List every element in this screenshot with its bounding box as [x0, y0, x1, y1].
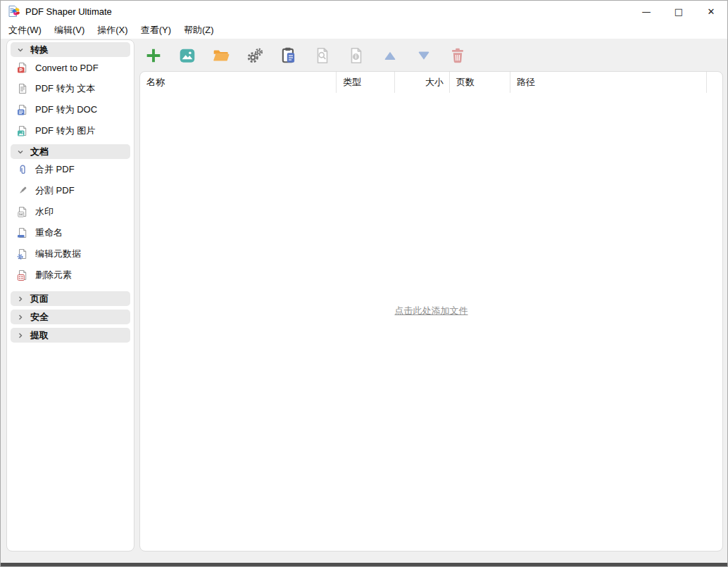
sidebar-item-label: PDF 转为 DOC [35, 103, 97, 116]
sidebar-item-label: 删除元素 [35, 269, 72, 281]
pdf-to-doc-icon [17, 104, 28, 115]
menu-file[interactable]: 文件(W) [2, 22, 48, 39]
watermark-icon [17, 206, 28, 217]
add-files-button[interactable] [139, 42, 168, 70]
sidebar-section-security[interactable]: 安全 [11, 310, 130, 324]
preview-document-button[interactable] [308, 42, 337, 70]
image-icon [178, 46, 196, 65]
bottom-edge-bar [1, 563, 727, 566]
window-title: PDF Shaper Ultimate [25, 6, 112, 17]
sidebar-section-extract[interactable]: 提取 [11, 328, 130, 343]
sidebar-item-merge-pdf[interactable]: 合并 PDF [9, 159, 132, 180]
document-magnifier-icon [313, 46, 332, 65]
menu-bar: 文件(W) 编辑(V) 操作(X) 查看(Y) 帮助(Z) [1, 22, 727, 39]
chevron-down-icon [17, 148, 24, 155]
column-header-pages[interactable]: 页数 [450, 72, 510, 93]
add-image-button[interactable] [173, 42, 201, 70]
sidebar: 转换 Convert to PDF PDF 转为 文本 [6, 39, 134, 552]
sidebar-item-label: 分割 PDF [35, 184, 75, 197]
move-down-button[interactable] [410, 42, 438, 70]
green-plus-icon [144, 46, 163, 65]
empty-state: 点击此处添加文件 [140, 304, 722, 317]
paste-button[interactable] [275, 42, 303, 70]
document-info-button[interactable] [342, 42, 370, 70]
sidebar-item-pdf-to-doc[interactable]: PDF 转为 DOC [9, 99, 132, 120]
menu-view[interactable]: 查看(Y) [134, 22, 177, 39]
chevron-right-icon [17, 332, 24, 339]
red-checklist-icon [17, 269, 28, 281]
column-header-name[interactable]: 名称 [140, 72, 337, 93]
menu-actions[interactable]: 操作(X) [91, 22, 134, 39]
title-bar: PDF Shaper Ultimate — □ ✕ [1, 1, 727, 22]
paperclip-icon [17, 164, 28, 175]
rename-icon [17, 227, 28, 238]
sidebar-item-label: 合并 PDF [35, 163, 75, 176]
sidebar-item-delete-elements[interactable]: 删除元素 [9, 265, 132, 286]
sidebar-item-rename[interactable]: 重命名 [9, 222, 132, 243]
sidebar-item-edit-metadata[interactable]: 编辑元数据 [9, 243, 132, 265]
sidebar-section-document[interactable]: 文档 [11, 144, 130, 159]
section-label: 提取 [30, 329, 49, 342]
app-window: PDF Shaper Ultimate — □ ✕ 文件(W) 编辑(V) 操作… [0, 0, 728, 567]
document-info-icon [347, 46, 365, 65]
trash-icon [448, 46, 467, 65]
knife-icon [17, 185, 28, 196]
convert-to-pdf-icon [17, 62, 28, 73]
app-logo-icon [8, 5, 20, 18]
sidebar-section-convert[interactable]: 转换 [11, 42, 130, 57]
column-header-filler [707, 72, 722, 93]
open-folder-button[interactable] [207, 42, 235, 70]
section-label: 转换 [30, 44, 49, 56]
file-list-header: 名称 类型 大小 页数 路径 [140, 72, 722, 93]
chevron-right-icon [17, 295, 24, 302]
close-button[interactable]: ✕ [695, 1, 727, 22]
down-triangle-icon [415, 46, 433, 65]
sidebar-item-label: PDF 转为 文本 [35, 82, 95, 95]
sidebar-item-label: PDF 转为 图片 [35, 125, 95, 137]
toolbar [139, 39, 472, 71]
sidebar-item-convert-to-pdf[interactable]: Convert to PDF [9, 57, 132, 78]
menu-help[interactable]: 帮助(Z) [177, 22, 220, 39]
maximize-button[interactable]: □ [663, 1, 695, 22]
sidebar-item-label: 水印 [35, 205, 54, 218]
sidebar-item-label: 重命名 [35, 227, 63, 239]
gears-icon [246, 46, 264, 65]
settings-button[interactable] [241, 42, 269, 70]
chevron-right-icon [17, 314, 24, 321]
sidebar-item-split-pdf[interactable]: 分割 PDF [9, 180, 132, 201]
sidebar-item-pdf-to-text[interactable]: PDF 转为 文本 [9, 78, 132, 99]
sidebar-section-pages[interactable]: 页面 [11, 291, 130, 306]
folder-icon [212, 46, 230, 65]
sidebar-item-label: 编辑元数据 [35, 248, 81, 260]
remove-files-button[interactable] [444, 42, 472, 70]
clipboard-icon [280, 46, 298, 65]
move-up-button[interactable] [376, 42, 404, 70]
minimize-button[interactable]: — [630, 1, 663, 22]
section-label: 页面 [30, 293, 49, 305]
sidebar-item-watermark[interactable]: 水印 [9, 201, 132, 222]
sidebar-item-label: Convert to PDF [35, 63, 99, 73]
pdf-to-image-icon [17, 125, 28, 136]
section-label: 安全 [30, 311, 49, 324]
window-controls: — □ ✕ [630, 1, 727, 22]
file-list-panel: 名称 类型 大小 页数 路径 点击此处添加文件 [139, 71, 723, 552]
column-header-path[interactable]: 路径 [510, 72, 707, 93]
up-triangle-icon [381, 46, 399, 65]
section-label: 文档 [30, 146, 49, 158]
metadata-gear-icon [17, 248, 28, 260]
column-header-size[interactable]: 大小 [395, 72, 450, 93]
menu-edit[interactable]: 编辑(V) [48, 22, 91, 39]
add-files-link[interactable]: 点击此处添加文件 [395, 305, 468, 316]
pdf-to-text-icon [17, 83, 28, 94]
sidebar-item-pdf-to-image[interactable]: PDF 转为 图片 [9, 120, 132, 141]
column-header-type[interactable]: 类型 [337, 72, 395, 93]
chevron-down-icon [17, 46, 24, 53]
